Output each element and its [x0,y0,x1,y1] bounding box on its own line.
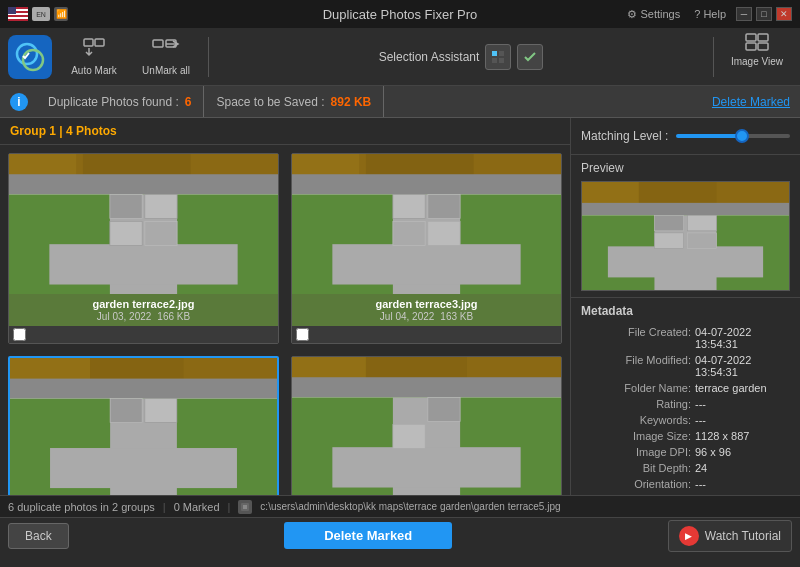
svg-rect-21 [83,154,191,177]
notification-icon: 📶 [54,7,68,21]
auto-mark-button[interactable]: Auto Mark [60,33,128,81]
svg-rect-17 [746,43,756,50]
toolbar: Auto Mark UnMark all Selection Assistant [0,28,800,86]
svg-rect-12 [499,51,504,56]
main-content: Group 1 | 4 Photos [0,118,800,495]
svg-rect-53 [292,377,561,397]
svg-rect-43 [90,358,183,381]
svg-rect-70 [241,503,249,511]
meta-row-1: File Modified: 04-07-2022 13:54:31 [581,352,790,380]
maximize-button[interactable]: □ [756,7,772,21]
svg-point-6 [23,50,43,70]
meta-row-5: Image Size: 1128 x 887 [581,428,790,444]
photo-info-2: garden terrace3.jpg Jul 04, 2022 163 KB [292,294,561,326]
watch-tutorial-label: Watch Tutorial [705,529,781,543]
photo-grid: garden terrace2.jpg Jul 03, 2022 166 KB [4,149,566,495]
svg-rect-60 [582,182,639,205]
svg-rect-68 [654,233,683,249]
watch-tutorial-button[interactable]: ▶ Watch Tutorial [668,520,792,552]
svg-rect-3 [8,17,28,19]
right-panel: Matching Level : Preview [570,118,800,495]
svg-rect-26 [110,194,142,218]
svg-rect-52 [366,357,467,380]
photo-card-4[interactable]: garden terrace5.jpg Jul 05, 2022 160 KB [291,356,562,495]
duplicate-label: Duplicate Photos found : [48,95,179,109]
svg-rect-66 [654,215,683,231]
svg-rect-14 [499,58,504,63]
meta-row-6: Image DPI: 96 x 96 [581,444,790,460]
minimize-button[interactable]: ─ [736,7,752,21]
svg-rect-48 [110,399,142,423]
svg-rect-7 [84,39,93,46]
svg-rect-39 [393,221,425,245]
bottom-bar: Back Delete Marked ▶ Watch Tutorial [0,517,800,553]
selection-icon-1[interactable] [485,44,511,70]
matching-level-slider[interactable] [676,126,790,146]
preview-label: Preview [581,161,790,175]
svg-rect-38 [428,194,460,218]
photo-card-3[interactable]: garden terrace4.jpg Jul 04, 2022 161 KB [8,356,279,495]
toolbar-separator-1 [208,37,209,77]
image-view-button[interactable]: Image View [722,33,792,81]
svg-rect-22 [9,174,278,194]
meta-row-8: Orientation: --- [581,476,790,492]
group-header: Group 1 | 4 Photos [0,118,570,145]
svg-rect-44 [10,379,277,399]
meta-row-7: Bit Depth: 24 [581,460,790,476]
title-bar: EN 📶 Duplicate Photos Fixer Pro ⚙ Settin… [0,0,800,28]
photo-card-1[interactable]: garden terrace2.jpg Jul 03, 2022 166 KB [8,153,279,344]
preview-image [581,181,790,291]
svg-rect-37 [393,194,425,218]
settings-button[interactable]: ⚙ Settings [623,6,684,23]
photo-card-2[interactable]: garden terrace3.jpg Jul 04, 2022 163 KB [291,153,562,344]
svg-rect-15 [746,34,756,41]
svg-rect-25 [49,244,237,284]
photo-checkbox-1[interactable] [9,326,278,343]
metadata-section: Metadata File Created: 04-07-2022 13:54:… [571,298,800,495]
flag-icon[interactable] [8,7,28,21]
photo-checkbox-2[interactable] [292,326,561,343]
delete-marked-button[interactable]: Delete Marked [284,522,452,549]
window-title: Duplicate Photos Fixer Pro [323,7,478,22]
svg-rect-42 [10,358,90,381]
help-button[interactable]: ? Help [690,6,730,22]
svg-rect-57 [393,424,425,448]
photo-panel: Group 1 | 4 Photos [0,118,570,495]
photo-meta-1: Jul 03, 2022 166 KB [97,311,190,322]
status-path: c:\users\admin\desktop\kk maps\terrace g… [260,501,560,512]
photo-name-2: garden terrace3.jpg [375,298,477,310]
photo-image-4 [292,357,561,495]
status-marked: 0 Marked [174,501,220,513]
checkbox-1[interactable] [13,328,26,341]
meta-row-4: Keywords: --- [581,412,790,428]
svg-rect-32 [366,154,474,177]
svg-rect-20 [9,154,76,177]
slider-thumb [735,129,749,143]
svg-rect-33 [292,174,561,194]
meta-row-0: File Created: 04-07-2022 13:54:31 [581,324,790,352]
svg-rect-11 [492,51,497,56]
toolbar-separator-2 [713,37,714,77]
delete-marked-link[interactable]: Delete Marked [712,95,790,109]
selection-icon-2[interactable] [517,44,543,70]
svg-rect-56 [332,447,520,487]
svg-rect-58 [428,397,460,421]
meta-row-2: Folder Name: terrace garden [581,380,790,396]
preview-section: Preview [571,155,800,298]
svg-rect-69 [688,233,717,249]
checkbox-2[interactable] [296,328,309,341]
close-button[interactable]: ✕ [776,7,792,21]
info-icon: i [10,93,28,111]
slider-track [676,134,790,138]
svg-rect-62 [582,203,789,215]
back-button[interactable]: Back [8,523,69,549]
photo-info-1: garden terrace2.jpg Jul 03, 2022 166 KB [9,294,278,326]
metadata-title: Metadata [581,304,790,318]
status-group-info: 6 duplicate photos in 2 groups [8,501,155,513]
svg-rect-36 [332,244,520,284]
unmark-all-button[interactable]: UnMark all [132,33,200,81]
photo-grid-scroll[interactable]: garden terrace2.jpg Jul 03, 2022 166 KB [0,145,570,495]
photo-image-1 [9,154,278,294]
play-icon: ▶ [679,526,699,546]
svg-rect-67 [688,215,717,231]
